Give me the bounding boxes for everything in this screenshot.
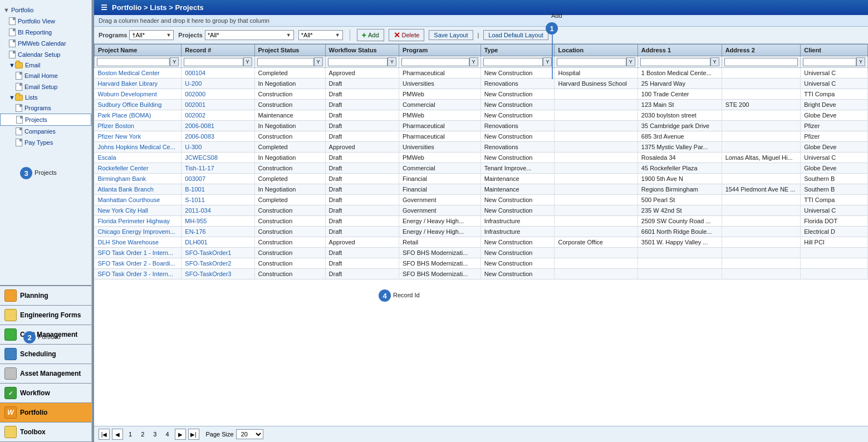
col-header-program[interactable]: Program <box>399 45 481 56</box>
table-row[interactable]: Woburn Development002000ConstructionDraf… <box>95 89 868 100</box>
table-row[interactable]: Florida Perimeter HighwayMH-955Construct… <box>95 216 868 227</box>
table-row[interactable]: Pfizer Boston2006-0081In NegotiationDraf… <box>95 121 868 131</box>
filter-input-client[interactable] <box>803 58 856 66</box>
record-cell[interactable]: 000104 <box>182 68 254 78</box>
table-row[interactable]: SFO Task Order 3 - Intern...SFO-TaskOrde… <box>95 269 868 279</box>
project-name-cell[interactable]: Sudbury Office Building <box>95 100 182 110</box>
table-row[interactable]: Park Place (BOMA)002002MaintenanceDraftP… <box>95 110 868 121</box>
project-name-cell[interactable]: New York City Hall <box>95 205 182 216</box>
col-header-address1[interactable]: Address 1 <box>637 45 722 56</box>
table-row[interactable]: Pfizer New York2006-0083ConstructionDraf… <box>95 131 868 142</box>
filter-input-project-name[interactable] <box>97 58 170 66</box>
page-3[interactable]: 3 <box>150 429 160 439</box>
project-name-cell[interactable]: Pfizer Boston <box>95 121 182 131</box>
record-cell[interactable]: 2006-0083 <box>182 131 254 142</box>
filter-input-address1[interactable] <box>640 58 710 66</box>
record-cell[interactable]: SFO-TaskOrder1 <box>182 248 254 258</box>
record-cell[interactable]: S-1011 <box>182 195 254 205</box>
filter-btn-type[interactable]: Y <box>543 57 552 66</box>
sidebar-portfolio-header[interactable]: ▼ Portfolio <box>0 4 91 16</box>
project-name-cell[interactable]: Pfizer New York <box>95 131 182 142</box>
nav-btn-toolbox[interactable]: Toolbox <box>0 423 91 442</box>
filter-btn-project-status[interactable]: Y <box>314 57 323 66</box>
sidebar-item-calendar-setup[interactable]: Calendar Setup <box>0 49 91 60</box>
programs-select[interactable]: †All* ▼ <box>129 30 174 40</box>
table-row[interactable]: Sudbury Office Building002001Constructio… <box>95 100 868 110</box>
record-cell[interactable]: SFO-TaskOrder3 <box>182 269 254 279</box>
record-cell[interactable]: JCWECS08 <box>182 153 254 163</box>
filter-input-address2[interactable] <box>724 58 798 66</box>
filter-btn-record[interactable]: Y <box>243 57 252 66</box>
sidebar-item-bi-reporting[interactable]: BI Reporting <box>0 27 91 38</box>
tooltip-portfolio-bubble[interactable]: 2 <box>23 331 36 343</box>
table-row[interactable]: SFO Task Order 1 - Intern...SFO-TaskOrde… <box>95 248 868 258</box>
sidebar-item-pmweb-calendar[interactable]: PMWeb Calendar <box>0 38 91 49</box>
record-cell[interactable]: 002000 <box>182 89 254 100</box>
filter-input-project-status[interactable] <box>257 58 314 66</box>
col-header-location[interactable]: Location <box>555 45 637 56</box>
filter-btn-project-name[interactable]: Y <box>170 57 179 66</box>
page-2[interactable]: 2 <box>138 429 148 439</box>
table-row[interactable]: Birmingham Bank003007CompletedDraftFinan… <box>95 174 868 184</box>
filter-btn-workflow-status[interactable]: Y <box>388 57 396 66</box>
filter-input-type[interactable] <box>483 58 543 66</box>
record-cell[interactable]: 2011-034 <box>182 205 254 216</box>
project-name-cell[interactable]: Escala <box>95 153 182 163</box>
record-cell[interactable]: Tish-11-17 <box>182 163 254 174</box>
save-layout-button[interactable]: Save Layout <box>429 30 473 40</box>
filter-btn-location[interactable]: Y <box>626 57 635 66</box>
record-cell[interactable]: 002002 <box>182 110 254 121</box>
projects-select[interactable]: *All* ▼ <box>205 30 294 40</box>
tooltip-projects-bubble[interactable]: 3 <box>20 167 32 179</box>
table-row[interactable]: Boston Medical Center000104CompletedAppr… <box>95 68 868 78</box>
project-name-cell[interactable]: Florida Perimeter Highway <box>95 216 182 227</box>
col-header-client[interactable]: Client <box>801 45 868 56</box>
project-name-cell[interactable]: Manhattan Courthouse <box>95 195 182 205</box>
project-name-cell[interactable]: Harvard Baker Library <box>95 78 182 89</box>
table-row[interactable]: Rockefeller CenterTish-11-17Construction… <box>95 163 868 174</box>
delete-button[interactable]: ✕ Delete <box>389 29 425 41</box>
project-name-cell[interactable]: DLH Shoe Warehouse <box>95 237 182 248</box>
page-size-select[interactable]: 20 50 100 <box>236 429 263 439</box>
record-cell[interactable]: 003007 <box>182 174 254 184</box>
prev-page-btn[interactable]: ◀ <box>112 429 123 440</box>
filter-input-program[interactable] <box>401 58 469 66</box>
record-cell[interactable]: U-200 <box>182 78 254 89</box>
filter-select[interactable]: *All* ▼ <box>298 30 343 40</box>
record-cell[interactable]: DLH001 <box>182 237 254 248</box>
project-name-cell[interactable]: SFO Task Order 2 - Boardi... <box>95 258 182 269</box>
sidebar-email-folder[interactable]: ▼ Email <box>0 60 91 70</box>
sidebar-item-projects[interactable]: Projects <box>0 114 91 126</box>
project-name-cell[interactable]: Woburn Development <box>95 89 182 100</box>
record-cell[interactable]: 2006-0081 <box>182 121 254 131</box>
filter-input-record[interactable] <box>184 58 243 66</box>
sidebar-item-companies[interactable]: Companies <box>0 126 91 137</box>
nav-btn-workflow[interactable]: ✓ Workflow <box>0 384 91 403</box>
menu-icon[interactable]: ☰ <box>101 3 107 12</box>
tooltip-add-bubble[interactable]: 1 <box>546 22 558 35</box>
table-row[interactable]: Manhattan CourthouseS-1011CompletedDraft… <box>95 195 868 205</box>
nav-btn-engineering[interactable]: Engineering Forms <box>0 306 91 325</box>
record-cell[interactable]: B-1001 <box>182 184 254 195</box>
project-name-cell[interactable]: Chicago Energy Improvem... <box>95 227 182 237</box>
col-header-record[interactable]: Record # <box>182 45 254 56</box>
table-row[interactable]: Atlanta Bank BranchB-1001In NegotiationD… <box>95 184 868 195</box>
nav-btn-portfolio[interactable]: W Portfolio <box>0 403 91 423</box>
nav-btn-scheduling[interactable]: Scheduling <box>0 345 91 364</box>
filter-btn-client[interactable]: Y <box>856 57 865 66</box>
project-name-cell[interactable]: SFO Task Order 1 - Intern... <box>95 248 182 258</box>
project-name-cell[interactable]: SFO Task Order 3 - Intern... <box>95 269 182 279</box>
nav-btn-planning[interactable]: Planning <box>0 286 91 306</box>
table-row[interactable]: DLH Shoe WarehouseDLH001ConstructionAppr… <box>95 237 868 248</box>
project-name-cell[interactable]: Rockefeller Center <box>95 163 182 174</box>
sidebar-item-programs[interactable]: Programs <box>0 102 91 114</box>
table-row[interactable]: Chicago Energy Improvem...EN-176Construc… <box>95 227 868 237</box>
project-name-cell[interactable]: Johns Hopkins Medical Ce... <box>95 142 182 153</box>
record-cell[interactable]: 002001 <box>182 100 254 110</box>
record-cell[interactable]: SFO-TaskOrder2 <box>182 258 254 269</box>
sidebar-item-email-setup[interactable]: Email Setup <box>0 81 91 92</box>
sidebar-lists-folder[interactable]: ▼ Lists <box>0 92 91 102</box>
page-4[interactable]: 4 <box>162 429 172 439</box>
table-row[interactable]: EscalaJCWECS08In NegotiationDraftPMWebNe… <box>95 153 868 163</box>
filter-input-workflow-status[interactable] <box>328 58 388 66</box>
